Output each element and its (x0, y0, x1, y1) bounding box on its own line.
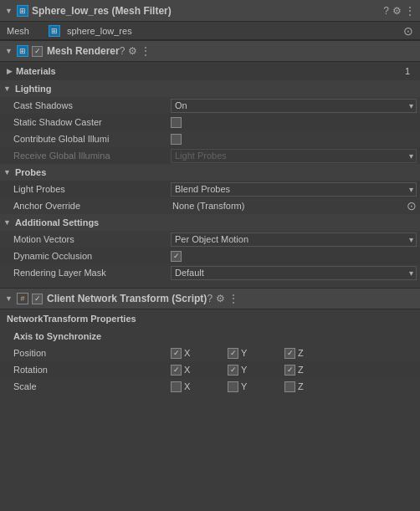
client-network-settings-icon[interactable]: ⚙ (216, 293, 225, 304)
receive-gi-label: Receive Global Illumina (7, 151, 171, 161)
scale-row: Scale X Y Z (0, 378, 420, 395)
client-network-chevron[interactable]: ▼ (5, 294, 13, 303)
scale-label: Scale (7, 381, 171, 391)
materials-label: Materials (16, 66, 405, 76)
mesh-label: Mesh (7, 26, 49, 36)
client-network-help-icon[interactable]: ? (207, 293, 213, 304)
scale-y-item: Y (228, 381, 278, 392)
receive-gi-dropdown-wrap: Light Probes (171, 149, 417, 163)
rotation-y-checkbox[interactable] (228, 365, 238, 376)
rotation-xyz-checks: X Y Z (171, 365, 417, 376)
mesh-filter-icon: ⊞ (17, 5, 28, 17)
motion-vectors-dropdown-wrap: Per Object Motion Camera Motion Only For… (171, 233, 417, 247)
additional-settings-chevron: ▼ (3, 218, 12, 227)
mesh-renderer-enabled-checkbox[interactable] (32, 46, 43, 57)
scale-x-label: X (184, 381, 190, 391)
static-shadow-caster-checkbox[interactable] (171, 117, 182, 128)
rotation-x-item: X (171, 365, 221, 376)
scale-x-item: X (171, 381, 221, 392)
client-network-icon: # (17, 293, 28, 304)
mesh-renderer-settings-icon[interactable]: ⚙ (128, 45, 137, 57)
cast-shadows-row: Cast Shadows On Off Two Sided Shadows On… (0, 97, 420, 114)
receive-gi-dropdown[interactable]: Light Probes (171, 149, 417, 163)
mesh-renderer-more-icon[interactable]: ⋮ (141, 45, 151, 57)
axis-label: Axis to Synchronize (13, 331, 101, 341)
mesh-renderer-chevron[interactable]: ▼ (5, 47, 13, 55)
rotation-x-checkbox[interactable] (171, 365, 182, 376)
anchor-override-link-icon[interactable]: ⊙ (407, 199, 417, 212)
spacer (0, 281, 420, 288)
motion-vectors-row: Motion Vectors Per Object Motion Camera … (0, 231, 420, 248)
static-shadow-caster-label: Static Shadow Caster (7, 117, 171, 127)
additional-settings-label: Additional Settings (15, 217, 99, 227)
mesh-row: Mesh ⊞ sphere_low_res ⊙ (0, 22, 420, 40)
mesh-value-wrap: ⊞ sphere_low_res (49, 25, 403, 37)
position-z-label: Z (298, 348, 304, 358)
client-network-enabled-checkbox[interactable] (32, 294, 43, 304)
network-properties-header: NetworkTransform Properties (0, 309, 420, 328)
mesh-filter-help-icon[interactable]: ? (383, 5, 389, 17)
mesh-filter-chevron[interactable]: ▼ (5, 7, 13, 15)
rotation-y-item: Y (228, 365, 278, 376)
lighting-label: Lighting (15, 84, 51, 94)
motion-vectors-dropdown[interactable]: Per Object Motion Camera Motion Only For… (171, 233, 417, 247)
mesh-filter-title: Sphere_low_res (Mesh Filter) (32, 5, 383, 17)
client-network-more-icon[interactable]: ⋮ (228, 293, 238, 304)
position-z-item: Z (284, 348, 335, 359)
dynamic-occlusion-checkbox[interactable] (171, 251, 182, 262)
position-z-checkbox[interactable] (284, 348, 295, 359)
mesh-filter-header: ▼ ⊞ Sphere_low_res (Mesh Filter) ? ⚙ ⋮ (0, 0, 420, 22)
light-probes-dropdown[interactable]: Blend Probes Off Use Proxy Volume (171, 182, 417, 197)
anchor-override-value-wrap: None (Transform) ⊙ (171, 199, 417, 212)
mesh-link-icon[interactable]: ⊙ (403, 24, 413, 38)
probes-subheader[interactable]: ▼ Probes (0, 164, 420, 181)
rendering-layer-mask-row: Rendering Layer Mask Default (0, 264, 420, 281)
additional-settings-subheader[interactable]: ▼ Additional Settings (0, 214, 420, 231)
mesh-filter-more-icon[interactable]: ⋮ (405, 5, 415, 17)
light-probes-dropdown-wrap: Blend Probes Off Use Proxy Volume (171, 182, 417, 197)
light-probes-label: Light Probes (7, 184, 171, 194)
cast-shadows-dropdown-wrap: On Off Two Sided Shadows Only (171, 99, 417, 113)
client-network-transform-header: ▼ # Client Network Transform (Script) ? … (0, 288, 420, 309)
mesh-renderer-title: Mesh Renderer (47, 45, 120, 57)
axis-label-row: Axis to Synchronize (0, 328, 420, 345)
position-y-item: Y (228, 348, 278, 359)
mesh-renderer-icon: ⊞ (17, 45, 28, 57)
scale-z-label: Z (298, 381, 304, 391)
scale-y-checkbox[interactable] (228, 381, 238, 392)
mesh-value-icon: ⊞ (49, 25, 60, 37)
materials-chevron: ▶ (7, 67, 13, 75)
mesh-filter-actions: ? ⚙ ⋮ (383, 5, 415, 17)
lighting-subheader[interactable]: ▼ Lighting (0, 80, 420, 97)
cast-shadows-dropdown[interactable]: On Off Two Sided Shadows Only (171, 99, 417, 113)
position-x-label: X (184, 348, 190, 358)
mesh-filter-settings-icon[interactable]: ⚙ (392, 5, 402, 17)
rotation-z-checkbox[interactable] (284, 365, 295, 376)
contribute-gi-row: Contribute Global Illumi (0, 130, 420, 147)
rendering-layer-mask-dropdown[interactable]: Default (171, 266, 417, 280)
scale-z-item: Z (284, 381, 335, 392)
contribute-gi-checkbox[interactable] (171, 134, 182, 145)
rotation-z-label: Z (298, 365, 304, 375)
probes-chevron: ▼ (3, 168, 12, 176)
position-y-checkbox[interactable] (228, 348, 238, 359)
lighting-chevron: ▼ (3, 84, 12, 93)
probes-label: Probes (15, 167, 46, 177)
rotation-y-label: Y (241, 365, 247, 375)
mesh-renderer-actions: ? ⚙ ⋮ (120, 45, 151, 57)
rendering-layer-mask-label: Rendering Layer Mask (7, 268, 171, 278)
contribute-gi-label: Contribute Global Illumi (7, 134, 171, 144)
mesh-renderer-help-icon[interactable]: ? (120, 45, 125, 57)
network-properties-label: NetworkTransform Properties (7, 314, 136, 324)
materials-row[interactable]: ▶ Materials 1 (0, 62, 420, 80)
light-probes-row: Light Probes Blend Probes Off Use Proxy … (0, 181, 420, 197)
dynamic-occlusion-label: Dynamic Occlusion (7, 251, 171, 261)
scale-z-checkbox[interactable] (284, 381, 295, 392)
scale-x-checkbox[interactable] (171, 381, 182, 392)
position-x-checkbox[interactable] (171, 348, 182, 359)
client-network-title: Client Network Transform (Script) (47, 293, 207, 304)
anchor-override-value: None (Transform) (171, 201, 403, 211)
mesh-renderer-header: ▼ ⊞ Mesh Renderer ? ⚙ ⋮ (0, 40, 420, 62)
scale-xyz-checks: X Y Z (171, 381, 417, 392)
position-y-label: Y (241, 348, 247, 358)
